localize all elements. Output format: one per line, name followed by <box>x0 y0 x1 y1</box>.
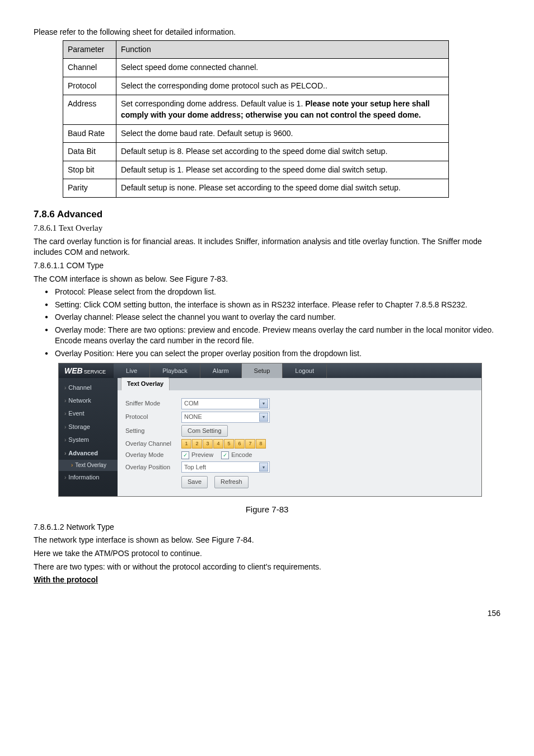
func-cell: Select the dome baud rate. Default setup… <box>116 124 449 143</box>
channel-4[interactable]: 4 <box>213 439 223 449</box>
table-row: ChannelSelect speed dome connected chann… <box>63 59 449 77</box>
param-cell: Address <box>63 95 116 124</box>
func-cell: Select speed dome connected channel. <box>116 59 449 77</box>
channel-8[interactable]: 8 <box>256 439 266 449</box>
sidebar-item-channel[interactable]: Channel <box>59 381 118 394</box>
label-overlay-mode: Overlay Mode <box>125 451 181 459</box>
channel-3[interactable]: 3 <box>203 439 213 449</box>
com-setting-button[interactable]: Com Setting <box>181 425 228 437</box>
table-row: AddressSet corresponding dome address. D… <box>63 95 449 124</box>
paragraph: The network type interface is shown as b… <box>34 535 500 546</box>
label-overlay-channel: Overlay Channel <box>125 440 181 448</box>
table-row: Baud RateSelect the dome baud rate. Defa… <box>63 124 449 143</box>
param-cell: Stop bit <box>63 161 116 179</box>
sidebar-item-system[interactable]: System <box>59 433 118 446</box>
paragraph: The card overlay function is for financi… <box>34 236 500 258</box>
func-text-pre: Set corresponding dome address. Default … <box>121 99 305 108</box>
figure-caption: Figure 7-83 <box>34 503 500 515</box>
refresh-button[interactable]: Refresh <box>214 476 249 488</box>
channel-5[interactable]: 5 <box>224 439 234 449</box>
func-cell: Default setup is 1. Please set according… <box>116 161 449 179</box>
paragraph: Here we take the ATM/POS protocol to con… <box>34 548 500 559</box>
func-cell: Default setup is none. Please set accord… <box>116 179 449 198</box>
tab-playback[interactable]: Playback <box>150 363 200 378</box>
sidebar-item-storage[interactable]: Storage <box>59 421 118 433</box>
table-row: Stop bitDefault setup is 1. Please set a… <box>63 161 449 179</box>
main-tab-row: Text Overlay <box>118 378 481 390</box>
table-header-parameter: Parameter <box>63 40 116 59</box>
func-cell: Default setup is 8. Please set according… <box>116 143 449 161</box>
checkbox-preview[interactable]: ✓Preview <box>181 451 213 459</box>
list-item: Overlay mode: There are two options: pre… <box>45 325 500 347</box>
tab-alarm[interactable]: Alarm <box>200 363 242 378</box>
func-cell: Set corresponding dome address. Default … <box>116 95 449 124</box>
paragraph: There are two types: with or without the… <box>34 562 500 573</box>
list-item: Overlay Position: Here you can select th… <box>45 348 500 360</box>
form-area: Sniffer Mode COM▾ Protocol NONE▾ Setting… <box>118 390 481 496</box>
top-tab-bar: WEBSERVICE Live Playback Alarm Setup Log… <box>59 363 481 378</box>
channel-7[interactable]: 7 <box>245 439 255 449</box>
param-cell: Protocol <box>63 77 116 95</box>
select-protocol[interactable]: NONE▾ <box>181 412 270 423</box>
list-item: Overlay channel: Please select the chann… <box>45 312 500 323</box>
tab-live[interactable]: Live <box>114 363 150 378</box>
func-cell: Select the corresponding dome protocol s… <box>116 77 449 95</box>
with-protocol-heading: With the protocol <box>34 575 500 586</box>
select-overlay-position[interactable]: Top Left▾ <box>181 461 270 473</box>
save-button[interactable]: Save <box>181 476 208 488</box>
table-row: ProtocolSelect the corresponding dome pr… <box>63 77 449 95</box>
checkbox-icon: ✓ <box>181 451 189 459</box>
sidebar-item-advanced[interactable]: Advanced <box>59 447 118 460</box>
table-row: ParityDefault setup is none. Please set … <box>63 179 449 198</box>
param-cell: Baud Rate <box>63 124 116 143</box>
label-protocol: Protocol <box>125 413 181 421</box>
checkbox-encode[interactable]: ✓Encode <box>221 451 252 459</box>
param-cell: Channel <box>63 59 116 77</box>
chevron-down-icon: ▾ <box>259 413 268 422</box>
chevron-down-icon: ▾ <box>259 399 268 408</box>
checkbox-label: Preview <box>191 451 213 459</box>
subsection-heading: 7.8.6.1 Text Overlay <box>34 222 500 234</box>
param-cell: Data Bit <box>63 143 116 161</box>
select-sniffer-mode[interactable]: COM▾ <box>181 398 270 409</box>
label-overlay-position: Overlay Position <box>125 463 181 472</box>
logo-main: WEB <box>64 366 83 375</box>
select-value: COM <box>184 399 199 408</box>
logo-sub: SERVICE <box>84 369 106 375</box>
sidebar-sub-text-overlay[interactable]: Text Overlay <box>59 460 118 471</box>
bullet-list: Protocol: Please select from the dropdow… <box>34 287 500 360</box>
channel-1[interactable]: 1 <box>181 439 191 449</box>
select-value: NONE <box>184 413 202 421</box>
web-service-window: WEBSERVICE Live Playback Alarm Setup Log… <box>58 363 482 497</box>
intro-text: Please refer to the following sheet for … <box>34 27 500 38</box>
tab-setup[interactable]: Setup <box>242 363 283 378</box>
page-number: 156 <box>34 608 500 619</box>
numbered-heading: 7.8.6.1.1 COM Type <box>34 260 500 272</box>
list-item: Protocol: Please select from the dropdow… <box>45 287 500 298</box>
label-sniffer-mode: Sniffer Mode <box>125 399 181 408</box>
table-row: Data BitDefault setup is 8. Please set a… <box>63 143 449 161</box>
numbered-heading: 7.8.6.1.2 Network Type <box>34 522 500 533</box>
parameter-table: Parameter Function ChannelSelect speed d… <box>63 40 449 198</box>
param-cell: Parity <box>63 179 116 198</box>
main-tab-text-overlay[interactable]: Text Overlay <box>121 377 170 390</box>
figure-screenshot: WEBSERVICE Live Playback Alarm Setup Log… <box>58 363 500 515</box>
sidebar: Channel Network Event Storage System Adv… <box>59 378 118 496</box>
checkbox-label: Encode <box>231 451 252 459</box>
paragraph: The COM interface is shown as below. See… <box>34 274 500 285</box>
list-item: Setting: Click COM setting button, the i… <box>45 300 500 311</box>
sidebar-item-network[interactable]: Network <box>59 394 118 407</box>
table-header-function: Function <box>116 40 449 59</box>
section-heading: 7.8.6 Advanced <box>34 208 500 221</box>
logo: WEBSERVICE <box>59 363 114 378</box>
channel-selector: 1 2 3 4 5 6 7 8 <box>181 439 266 449</box>
channel-6[interactable]: 6 <box>235 439 245 449</box>
channel-2[interactable]: 2 <box>192 439 202 449</box>
main-panel: Text Overlay Sniffer Mode COM▾ Protocol … <box>118 378 481 496</box>
tab-logout[interactable]: Logout <box>283 363 327 378</box>
sidebar-item-information[interactable]: Information <box>59 471 118 484</box>
select-value: Top Left <box>184 463 206 472</box>
sidebar-item-event[interactable]: Event <box>59 407 118 420</box>
chevron-down-icon: ▾ <box>259 463 268 472</box>
checkbox-icon: ✓ <box>221 451 229 459</box>
